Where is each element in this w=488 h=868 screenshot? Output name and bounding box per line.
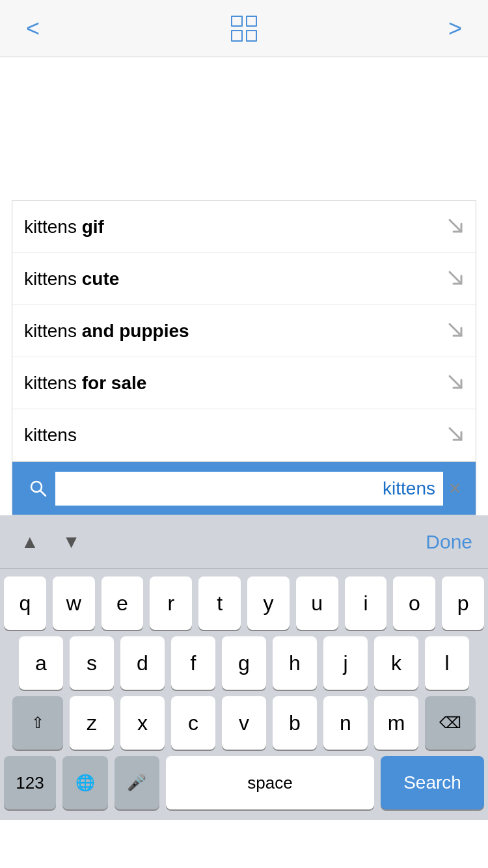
autocomplete-text-3: kittens and puppies [24, 321, 189, 342]
history-arrow-icon-3 [444, 321, 464, 341]
svg-line-6 [40, 491, 46, 496]
delete-key[interactable]: ⌫ [425, 696, 476, 750]
key-m[interactable]: m [374, 696, 418, 750]
search-icon [29, 479, 48, 498]
grid-cell-3 [231, 30, 243, 42]
key-b[interactable]: b [273, 696, 317, 750]
grid-cell-4 [246, 30, 258, 42]
history-arrow-icon-2 [444, 269, 464, 289]
key-i[interactable]: i [345, 576, 387, 630]
search-key[interactable]: Search [381, 756, 484, 809]
navigation-bar: < > [0, 0, 488, 57]
shift-key[interactable]: ⇧ [12, 696, 63, 750]
key-e[interactable]: e [102, 576, 144, 630]
history-arrow-icon-1 [444, 217, 464, 237]
content-area [0, 57, 488, 200]
history-arrow-icon-4 [444, 373, 464, 393]
grid-cell-2 [246, 16, 258, 27]
autocomplete-text-1: kittens gif [24, 217, 104, 237]
svg-line-4 [450, 428, 461, 440]
key-v[interactable]: v [222, 696, 266, 750]
keyboard-row-1: q w e r t y u i o p [4, 576, 484, 630]
key-j[interactable]: j [323, 636, 368, 690]
history-arrow-icon-5 [444, 426, 464, 445]
clear-button[interactable]: ✕ [443, 477, 467, 500]
back-button[interactable]: < [20, 8, 46, 49]
svg-line-0 [450, 220, 461, 232]
toolbar-down-button[interactable]: ▼ [57, 526, 86, 558]
key-p[interactable]: p [442, 576, 484, 630]
key-d[interactable]: d [120, 636, 165, 690]
key-o[interactable]: o [393, 576, 435, 630]
key-n[interactable]: n [323, 696, 368, 750]
keyboard-row-2: a s d f g h j k l [4, 636, 484, 690]
key-x[interactable]: x [120, 696, 165, 750]
autocomplete-item-4[interactable]: kittens for sale [12, 357, 476, 409]
done-button[interactable]: Done [426, 531, 472, 553]
keyboard-row-3: ⇧ z x c v b n m ⌫ [4, 696, 484, 750]
key-h[interactable]: h [273, 636, 317, 690]
key-w[interactable]: w [53, 576, 95, 630]
key-y[interactable]: y [247, 576, 290, 630]
toolbar-up-button[interactable]: ▲ [16, 526, 44, 558]
forward-button[interactable]: > [442, 8, 468, 49]
key-g[interactable]: g [222, 636, 266, 690]
svg-line-1 [450, 272, 461, 284]
autocomplete-item-1[interactable]: kittens gif [12, 201, 476, 253]
autocomplete-item-5[interactable]: kittens [12, 409, 476, 461]
key-q[interactable]: q [4, 576, 46, 630]
key-k[interactable]: k [374, 636, 418, 690]
key-c[interactable]: c [171, 696, 215, 750]
toolbar-arrow-group: ▲ ▼ [16, 526, 85, 558]
keyboard-toolbar: ▲ ▼ Done [0, 515, 488, 569]
key-u[interactable]: u [296, 576, 338, 630]
autocomplete-text-4: kittens for sale [24, 373, 146, 394]
key-f[interactable]: f [171, 636, 215, 690]
keyboard-row-4: 123 🌐 🎤 space Search [4, 756, 484, 809]
key-a[interactable]: a [19, 636, 63, 690]
search-input[interactable] [55, 472, 443, 506]
autocomplete-text-5: kittens [24, 425, 77, 446]
autocomplete-text-2: kittens cute [24, 269, 119, 290]
grid-cell-1 [231, 16, 243, 27]
autocomplete-list: kittens gif kittens cute kittens and pup… [12, 200, 476, 462]
grid-icon[interactable] [231, 16, 257, 42]
svg-line-3 [450, 376, 461, 388]
search-input-row: ✕ [12, 462, 476, 515]
key-s[interactable]: s [70, 636, 114, 690]
search-icon-box[interactable] [21, 472, 55, 506]
space-key[interactable]: space [166, 756, 374, 809]
key-z[interactable]: z [70, 696, 114, 750]
globe-key[interactable]: 🌐 [62, 756, 108, 809]
key-l[interactable]: l [425, 636, 469, 690]
keyboard: q w e r t y u i o p a s d f g h j k l ⇧ … [0, 569, 488, 820]
mic-key[interactable]: 🎤 [115, 756, 160, 809]
key-t[interactable]: t [198, 576, 241, 630]
num-key[interactable]: 123 [4, 756, 56, 809]
key-r[interactable]: r [150, 576, 192, 630]
autocomplete-item-3[interactable]: kittens and puppies [12, 305, 476, 357]
autocomplete-item-2[interactable]: kittens cute [12, 253, 476, 305]
svg-line-2 [450, 324, 461, 336]
